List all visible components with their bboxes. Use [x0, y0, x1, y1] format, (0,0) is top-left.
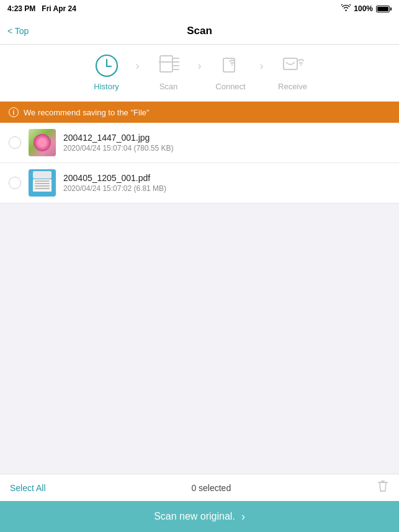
status-right: 100%	[341, 4, 392, 13]
arrow-1: ›	[136, 60, 140, 84]
recommendation-banner: i We recommend saving to the "File"	[0, 102, 399, 123]
wizard: History › Scan › Connect	[0, 45, 399, 102]
scan-button-label: Scan new original.	[154, 511, 235, 522]
status-time: 4:23 PM	[7, 4, 35, 13]
file-meta-2: 2020/04/24 15:07:02 (6.81 MB)	[63, 184, 390, 193]
svg-point-6	[231, 64, 232, 66]
arrow-3: ›	[260, 60, 264, 84]
file-info-1: 200412_1447_001.jpg 2020/04/24 15:07:04 …	[63, 133, 390, 153]
file-name-1: 200412_1447_001.jpg	[63, 133, 390, 143]
wifi-icon	[341, 4, 351, 13]
status-date: Fri Apr 24	[42, 4, 76, 13]
selected-count: 0 selected	[191, 483, 231, 493]
history-icon	[93, 52, 120, 79]
list-item[interactable]: 200412_1447_001.jpg 2020/04/24 15:07:04 …	[0, 123, 399, 163]
signal-strength: 100%	[354, 4, 373, 13]
svg-rect-7	[284, 58, 297, 69]
wizard-label-receive: Receive	[278, 82, 307, 91]
scan-new-button[interactable]: Scan new original. ›	[0, 501, 399, 532]
wizard-label-history: History	[94, 82, 119, 91]
banner-message: We recommend saving to the "File"	[24, 108, 150, 117]
file-info-2: 200405_1205_001.pdf 2020/04/24 15:07:02 …	[63, 173, 390, 193]
trash-icon[interactable]	[377, 479, 389, 496]
file-list: 200412_1447_001.jpg 2020/04/24 15:07:04 …	[0, 123, 399, 203]
wizard-label-connect: Connect	[215, 82, 245, 91]
info-icon: i	[9, 107, 19, 117]
status-bar: 4:23 PM Fri Apr 24 100%	[0, 0, 399, 17]
select-all-button[interactable]: Select All	[10, 483, 46, 493]
nav-bar: < Top Scan	[0, 17, 399, 45]
svg-rect-3	[160, 56, 173, 72]
wizard-step-scan[interactable]: Scan	[141, 52, 197, 91]
file-name-2: 200405_1205_001.pdf	[63, 173, 390, 183]
wizard-step-connect[interactable]: Connect	[203, 52, 259, 91]
bottom-toolbar: Select All 0 selected	[0, 474, 399, 501]
scan-chevron-icon: ›	[241, 510, 245, 523]
file-radio-1[interactable]	[9, 136, 21, 149]
file-meta-1: 2020/04/24 15:07:04 (780.55 KB)	[63, 144, 390, 153]
back-button[interactable]: < Top	[7, 26, 29, 36]
file-thumb-2	[29, 169, 56, 197]
battery-icon	[376, 6, 392, 12]
wizard-step-receive[interactable]: Receive	[265, 52, 321, 91]
svg-point-8	[300, 64, 301, 66]
receive-icon	[279, 52, 307, 79]
nav-title: Scan	[187, 25, 212, 37]
file-thumb-1	[29, 129, 56, 156]
list-item[interactable]: 200405_1205_001.pdf 2020/04/24 15:07:02 …	[0, 163, 399, 203]
scan-icon	[155, 52, 182, 79]
file-radio-2[interactable]	[9, 177, 21, 189]
connect-icon	[217, 52, 244, 79]
arrow-2: ›	[198, 60, 202, 84]
wizard-step-history[interactable]: History	[79, 52, 135, 91]
wizard-label-scan: Scan	[159, 82, 178, 91]
